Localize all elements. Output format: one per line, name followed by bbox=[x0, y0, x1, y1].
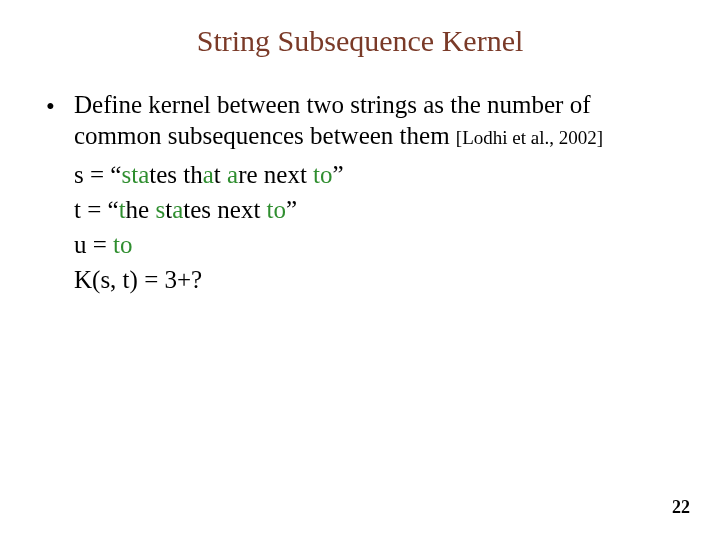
s-text-3: re next bbox=[238, 161, 313, 188]
example-line-u: u = to bbox=[74, 227, 674, 262]
page-number: 22 bbox=[672, 497, 690, 518]
slide-title: String Subsequence Kernel bbox=[46, 24, 674, 58]
t-text-3: tes next bbox=[183, 196, 266, 223]
example-line-k: K(s, t) = 3+? bbox=[74, 262, 674, 297]
s-to-t: t bbox=[313, 161, 320, 188]
u-prefix: u = bbox=[74, 231, 113, 258]
s-text-2: t bbox=[214, 161, 227, 188]
s-highlight-a2: a bbox=[203, 161, 214, 188]
s-highlight-a: a bbox=[138, 161, 149, 188]
bullet-marker: • bbox=[46, 90, 74, 123]
t-prefix: t = “ bbox=[74, 196, 119, 223]
t-highlight-s: s bbox=[155, 196, 165, 223]
s-to-o: o bbox=[320, 161, 333, 188]
example-line-t: t = “the states next to” bbox=[74, 192, 674, 227]
s-suffix: ” bbox=[333, 161, 344, 188]
bullet-item: • Define kernel between two strings as t… bbox=[46, 90, 674, 151]
s-prefix: s = “ bbox=[74, 161, 121, 188]
bullet-citation: [Lodhi et al., 2002] bbox=[456, 127, 603, 148]
slide-container: String Subsequence Kernel • Define kerne… bbox=[0, 0, 720, 540]
bullet-text: Define kernel between two strings as the… bbox=[74, 90, 674, 151]
t-to-o: o bbox=[274, 196, 287, 223]
t-text-1: he bbox=[126, 196, 156, 223]
example-block: s = “states that are next to” t = “the s… bbox=[46, 157, 674, 297]
example-line-s: s = “states that are next to” bbox=[74, 157, 674, 192]
s-text-1: tes th bbox=[149, 161, 202, 188]
s-highlight-s: s bbox=[121, 161, 131, 188]
t-highlight-t: t bbox=[119, 196, 126, 223]
t-suffix: ” bbox=[286, 196, 297, 223]
u-o: o bbox=[120, 231, 133, 258]
t-to-t: t bbox=[267, 196, 274, 223]
t-highlight-a: a bbox=[172, 196, 183, 223]
s-highlight-a3: a bbox=[227, 161, 238, 188]
